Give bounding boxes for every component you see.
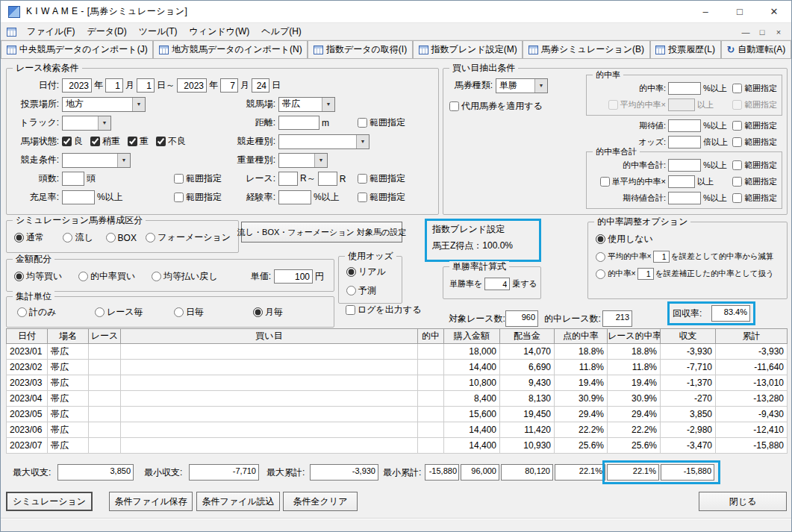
hit-rate-total-range-checkbox[interactable]: 範囲指定 [732,160,777,171]
expect-value-input[interactable] [668,119,701,132]
composition-nagashi-radio[interactable]: 流し [63,231,105,244]
odds-input[interactable] [668,136,701,148]
condition-bad-checkbox[interactable]: 不良 [156,135,186,148]
date-month2-input[interactable] [220,78,238,93]
mdi-restore-icon[interactable]: □ [754,28,770,37]
dropdown-arrow-icon[interactable]: ▼ [322,98,334,111]
composition-formation-radio[interactable]: フォーメーション [146,231,231,244]
race-number-to-input[interactable] [318,172,337,186]
toolbar-auto-run-button[interactable]: ↻自動運転(A) [721,40,791,59]
mdi-system-icon[interactable] [7,28,16,37]
dropdown-arrow-icon[interactable]: ▼ [117,154,130,167]
substitute-ticket-checkbox[interactable]: 代用馬券を適用する [449,100,543,113]
table-row[interactable]: 2023/01帯広18,00014,07018.8%18.8%-3,930-3,… [7,344,788,360]
table-row[interactable]: 2023/06帯広14,40011,42022.2%22.2%-2,980-12… [7,422,788,438]
column-header-race_rate[interactable]: レース的中率 [608,329,661,344]
toolbar-vote-history-button[interactable]: 投票履歴(L) [650,40,721,59]
single-avg-checkbox-input[interactable] [600,177,610,187]
hit-rate-total-range-checkbox-input[interactable] [732,160,742,170]
adjust-avg-input[interactable] [653,251,670,263]
column-header-balance[interactable]: 収支 [661,329,716,344]
condition-heavy-checkbox-input[interactable] [128,137,137,146]
menu-tools[interactable]: ツール(T) [133,23,184,40]
dropdown-arrow-icon[interactable]: ▼ [356,135,369,148]
ticket-type-select[interactable]: 単勝▼ [496,78,548,93]
adjust-avg-radio-input[interactable] [596,252,605,262]
fill-rate-range-checkbox-input[interactable] [174,193,184,202]
save-condition-file-button[interactable]: 条件ファイル保存 [109,492,193,511]
column-header-hit[interactable]: 的中 [418,329,444,344]
condition-slightly-heavy-checkbox[interactable]: 稍重 [90,135,120,148]
substitute-ticket-checkbox-input[interactable] [449,101,459,111]
distance-range-checkbox-input[interactable] [358,118,367,128]
menu-data[interactable]: データ(D) [81,23,132,40]
column-header-total[interactable]: 累計 [716,329,788,344]
expect-total-range-checkbox-input[interactable] [732,193,742,203]
aggregate-total-radio-input[interactable] [17,307,27,317]
hit-rate-input[interactable] [668,82,701,95]
column-header-payout[interactable]: 配当金 [500,329,555,344]
date-year2-input[interactable] [177,78,207,93]
table-row[interactable]: 2023/04帯広8,4008,13030.9%30.9%-270-13,280 [7,391,788,407]
log-output-checkbox[interactable]: ログを出力する [346,304,421,316]
amount-equal-radio[interactable]: 均等買い [14,270,78,283]
fill-rate-input[interactable] [62,190,95,204]
hit-rate-range-checkbox[interactable]: 範囲指定 [732,83,777,94]
table-row[interactable]: 2023/07帯広14,40010,93025.6%25.6%-3,470-15… [7,438,788,454]
exp-rate-input[interactable] [278,190,311,204]
aggregate-month-radio-input[interactable] [253,307,263,317]
menu-file[interactable]: ファイル(F) [21,23,81,40]
odds-real-radio[interactable]: リアル [346,266,399,278]
amount-hitrate-radio[interactable]: 的中率買い [78,270,152,283]
odds-predict-radio-input[interactable] [346,286,356,295]
table-row[interactable]: 2023/03帯広10,8009,43019.4%19.4%-1,370-13,… [7,375,788,391]
aggregate-race-radio-input[interactable] [95,307,105,317]
course-select[interactable]: 帯広▼ [278,97,335,112]
odds-range-checkbox[interactable]: 範囲指定 [732,137,777,148]
dropdown-arrow-icon[interactable]: ▼ [314,154,327,167]
toolbar-index-fetch-button[interactable]: 指数データの取得(I) [308,40,413,59]
odds-real-radio-input[interactable] [346,267,356,277]
amount-payback-radio-input[interactable] [152,272,161,281]
single-avg-input[interactable] [668,175,695,188]
amount-payback-radio[interactable]: 均等払い戻し [152,270,218,283]
close-button[interactable]: 閉じる [699,492,787,511]
race-number-range-checkbox-input[interactable] [358,174,367,184]
mdi-close-icon[interactable]: × [770,28,787,37]
odds-range-checkbox-input[interactable] [732,137,742,147]
condition-bad-checkbox-input[interactable] [156,137,166,146]
toolbar-central-import-button[interactable]: 中央競馬データのインポート(J) [1,40,153,59]
heads-input[interactable] [62,172,84,186]
adjust-hit-input[interactable] [637,268,654,280]
amount-hitrate-radio-input[interactable] [78,272,88,281]
table-row[interactable]: 2023/02帯広14,4006,69011.8%11.8%-7,710-11,… [7,360,788,375]
adjust-avg-radio[interactable]: 平均的中率× [596,251,652,262]
composition-box-radio-input[interactable] [106,233,116,242]
composition-normal-radio-input[interactable] [14,233,24,242]
aggregate-month-radio[interactable]: 月毎 [253,306,283,319]
condition-good-checkbox-input[interactable] [62,137,72,146]
exp-rate-range-checkbox-input[interactable] [358,193,367,202]
odds-predict-radio[interactable]: 予測 [346,284,399,297]
composition-box-radio[interactable]: BOX [106,233,146,243]
target-horse-setting-button[interactable]: 流し・BOX・フォーメーション 対象馬の設定 [241,222,402,242]
single-avg-range-checkbox[interactable]: 範囲指定 [732,176,777,187]
clear-all-conditions-button[interactable]: 条件全クリア [283,492,358,511]
adjust-hit-radio-input[interactable] [596,269,605,279]
expect-value-range-checkbox-input[interactable] [732,121,742,131]
toolbar-local-import-button[interactable]: 地方競馬データのインポート(N) [153,40,308,59]
adjust-hit-radio[interactable]: 的中率× [596,269,636,279]
simulation-button[interactable]: シミュレーション [6,492,93,511]
column-header-date[interactable]: 日付 [7,329,48,344]
expect-total-range-checkbox[interactable]: 範囲指定 [732,193,777,204]
heads-range-checkbox[interactable]: 範囲指定 [174,172,222,185]
menu-window[interactable]: ウィンドウ(W) [184,23,256,40]
table-row[interactable]: 2023/05帯広15,60019,45029.4%29.4%3,850-9,4… [7,407,788,422]
weight-type-select[interactable]: ▼ [278,153,328,168]
maximize-icon[interactable]: □ [723,1,757,22]
fill-rate-range-checkbox[interactable]: 範囲指定 [174,191,222,204]
expect-value-range-checkbox[interactable]: 範囲指定 [732,120,777,131]
date-day2-input[interactable] [252,78,269,93]
single-avg-checkbox[interactable]: 単平均的中率× [600,176,666,187]
single-avg-range-checkbox-input[interactable] [732,177,742,187]
